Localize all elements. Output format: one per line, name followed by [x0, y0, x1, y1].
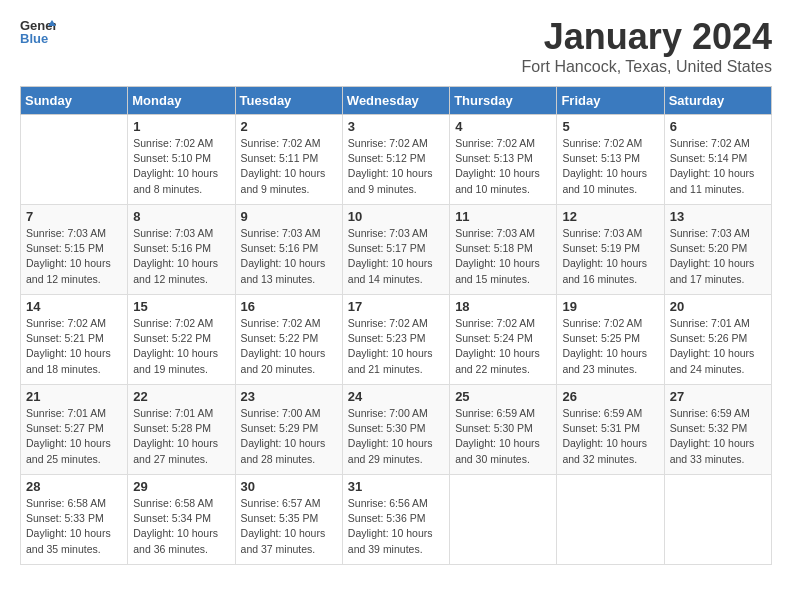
day-info: Sunrise: 6:59 AMSunset: 5:30 PMDaylight:… — [455, 406, 551, 467]
day-info: Sunrise: 7:03 AMSunset: 5:19 PMDaylight:… — [562, 226, 658, 287]
calendar-cell: 5Sunrise: 7:02 AMSunset: 5:13 PMDaylight… — [557, 115, 664, 205]
svg-text:Blue: Blue — [20, 31, 48, 46]
col-tuesday: Tuesday — [235, 87, 342, 115]
calendar-week-3: 14Sunrise: 7:02 AMSunset: 5:21 PMDayligh… — [21, 295, 772, 385]
day-info: Sunrise: 7:02 AMSunset: 5:12 PMDaylight:… — [348, 136, 444, 197]
calendar-cell: 18Sunrise: 7:02 AMSunset: 5:24 PMDayligh… — [450, 295, 557, 385]
day-number: 18 — [455, 299, 551, 314]
day-info: Sunrise: 7:02 AMSunset: 5:25 PMDaylight:… — [562, 316, 658, 377]
day-number: 24 — [348, 389, 444, 404]
day-number: 11 — [455, 209, 551, 224]
calendar-cell: 10Sunrise: 7:03 AMSunset: 5:17 PMDayligh… — [342, 205, 449, 295]
day-info: Sunrise: 7:00 AMSunset: 5:30 PMDaylight:… — [348, 406, 444, 467]
day-info: Sunrise: 6:58 AMSunset: 5:34 PMDaylight:… — [133, 496, 229, 557]
calendar-cell: 17Sunrise: 7:02 AMSunset: 5:23 PMDayligh… — [342, 295, 449, 385]
calendar-cell: 7Sunrise: 7:03 AMSunset: 5:15 PMDaylight… — [21, 205, 128, 295]
day-number: 30 — [241, 479, 337, 494]
day-info: Sunrise: 7:02 AMSunset: 5:22 PMDaylight:… — [241, 316, 337, 377]
day-number: 13 — [670, 209, 766, 224]
calendar-cell: 8Sunrise: 7:03 AMSunset: 5:16 PMDaylight… — [128, 205, 235, 295]
calendar-cell — [21, 115, 128, 205]
day-info: Sunrise: 7:00 AMSunset: 5:29 PMDaylight:… — [241, 406, 337, 467]
day-number: 17 — [348, 299, 444, 314]
calendar-week-5: 28Sunrise: 6:58 AMSunset: 5:33 PMDayligh… — [21, 475, 772, 565]
day-info: Sunrise: 7:03 AMSunset: 5:16 PMDaylight:… — [241, 226, 337, 287]
calendar-week-1: 1Sunrise: 7:02 AMSunset: 5:10 PMDaylight… — [21, 115, 772, 205]
calendar-cell: 25Sunrise: 6:59 AMSunset: 5:30 PMDayligh… — [450, 385, 557, 475]
day-info: Sunrise: 7:02 AMSunset: 5:13 PMDaylight:… — [455, 136, 551, 197]
day-number: 10 — [348, 209, 444, 224]
day-number: 12 — [562, 209, 658, 224]
col-friday: Friday — [557, 87, 664, 115]
day-info: Sunrise: 7:03 AMSunset: 5:16 PMDaylight:… — [133, 226, 229, 287]
day-info: Sunrise: 7:01 AMSunset: 5:26 PMDaylight:… — [670, 316, 766, 377]
day-info: Sunrise: 7:02 AMSunset: 5:21 PMDaylight:… — [26, 316, 122, 377]
logo-icon: General Blue — [20, 16, 56, 46]
calendar-table: Sunday Monday Tuesday Wednesday Thursday… — [20, 86, 772, 565]
calendar-cell: 12Sunrise: 7:03 AMSunset: 5:19 PMDayligh… — [557, 205, 664, 295]
calendar-cell — [557, 475, 664, 565]
calendar-cell: 23Sunrise: 7:00 AMSunset: 5:29 PMDayligh… — [235, 385, 342, 475]
day-info: Sunrise: 6:57 AMSunset: 5:35 PMDaylight:… — [241, 496, 337, 557]
page-header: General Blue January 2024 Fort Hancock, … — [20, 16, 772, 76]
calendar-title: January 2024 — [522, 16, 772, 58]
day-number: 9 — [241, 209, 337, 224]
calendar-cell: 27Sunrise: 6:59 AMSunset: 5:32 PMDayligh… — [664, 385, 771, 475]
day-info: Sunrise: 7:02 AMSunset: 5:13 PMDaylight:… — [562, 136, 658, 197]
calendar-cell: 11Sunrise: 7:03 AMSunset: 5:18 PMDayligh… — [450, 205, 557, 295]
day-info: Sunrise: 7:03 AMSunset: 5:18 PMDaylight:… — [455, 226, 551, 287]
calendar-subtitle: Fort Hancock, Texas, United States — [522, 58, 772, 76]
day-number: 19 — [562, 299, 658, 314]
calendar-cell: 2Sunrise: 7:02 AMSunset: 5:11 PMDaylight… — [235, 115, 342, 205]
day-number: 7 — [26, 209, 122, 224]
calendar-week-2: 7Sunrise: 7:03 AMSunset: 5:15 PMDaylight… — [21, 205, 772, 295]
calendar-cell: 4Sunrise: 7:02 AMSunset: 5:13 PMDaylight… — [450, 115, 557, 205]
col-saturday: Saturday — [664, 87, 771, 115]
calendar-cell: 13Sunrise: 7:03 AMSunset: 5:20 PMDayligh… — [664, 205, 771, 295]
day-info: Sunrise: 7:02 AMSunset: 5:11 PMDaylight:… — [241, 136, 337, 197]
day-number: 2 — [241, 119, 337, 134]
day-number: 23 — [241, 389, 337, 404]
calendar-cell: 9Sunrise: 7:03 AMSunset: 5:16 PMDaylight… — [235, 205, 342, 295]
logo: General Blue — [20, 16, 56, 46]
day-info: Sunrise: 7:02 AMSunset: 5:24 PMDaylight:… — [455, 316, 551, 377]
day-number: 28 — [26, 479, 122, 494]
day-info: Sunrise: 6:59 AMSunset: 5:31 PMDaylight:… — [562, 406, 658, 467]
calendar-cell: 16Sunrise: 7:02 AMSunset: 5:22 PMDayligh… — [235, 295, 342, 385]
calendar-cell: 29Sunrise: 6:58 AMSunset: 5:34 PMDayligh… — [128, 475, 235, 565]
day-number: 16 — [241, 299, 337, 314]
calendar-cell: 21Sunrise: 7:01 AMSunset: 5:27 PMDayligh… — [21, 385, 128, 475]
calendar-cell: 1Sunrise: 7:02 AMSunset: 5:10 PMDaylight… — [128, 115, 235, 205]
calendar-cell: 31Sunrise: 6:56 AMSunset: 5:36 PMDayligh… — [342, 475, 449, 565]
calendar-cell: 20Sunrise: 7:01 AMSunset: 5:26 PMDayligh… — [664, 295, 771, 385]
day-number: 6 — [670, 119, 766, 134]
calendar-cell: 3Sunrise: 7:02 AMSunset: 5:12 PMDaylight… — [342, 115, 449, 205]
day-number: 1 — [133, 119, 229, 134]
col-thursday: Thursday — [450, 87, 557, 115]
day-number: 27 — [670, 389, 766, 404]
calendar-cell: 26Sunrise: 6:59 AMSunset: 5:31 PMDayligh… — [557, 385, 664, 475]
calendar-cell: 30Sunrise: 6:57 AMSunset: 5:35 PMDayligh… — [235, 475, 342, 565]
day-info: Sunrise: 6:59 AMSunset: 5:32 PMDaylight:… — [670, 406, 766, 467]
calendar-cell: 15Sunrise: 7:02 AMSunset: 5:22 PMDayligh… — [128, 295, 235, 385]
day-number: 5 — [562, 119, 658, 134]
day-info: Sunrise: 7:02 AMSunset: 5:23 PMDaylight:… — [348, 316, 444, 377]
day-info: Sunrise: 6:56 AMSunset: 5:36 PMDaylight:… — [348, 496, 444, 557]
calendar-cell: 22Sunrise: 7:01 AMSunset: 5:28 PMDayligh… — [128, 385, 235, 475]
day-info: Sunrise: 7:03 AMSunset: 5:17 PMDaylight:… — [348, 226, 444, 287]
col-sunday: Sunday — [21, 87, 128, 115]
day-number: 22 — [133, 389, 229, 404]
calendar-cell: 6Sunrise: 7:02 AMSunset: 5:14 PMDaylight… — [664, 115, 771, 205]
title-section: January 2024 Fort Hancock, Texas, United… — [522, 16, 772, 76]
day-info: Sunrise: 7:02 AMSunset: 5:22 PMDaylight:… — [133, 316, 229, 377]
day-number: 21 — [26, 389, 122, 404]
day-number: 4 — [455, 119, 551, 134]
col-wednesday: Wednesday — [342, 87, 449, 115]
day-number: 3 — [348, 119, 444, 134]
day-number: 29 — [133, 479, 229, 494]
calendar-cell: 28Sunrise: 6:58 AMSunset: 5:33 PMDayligh… — [21, 475, 128, 565]
day-info: Sunrise: 7:01 AMSunset: 5:27 PMDaylight:… — [26, 406, 122, 467]
day-info: Sunrise: 7:01 AMSunset: 5:28 PMDaylight:… — [133, 406, 229, 467]
calendar-week-4: 21Sunrise: 7:01 AMSunset: 5:27 PMDayligh… — [21, 385, 772, 475]
day-number: 20 — [670, 299, 766, 314]
